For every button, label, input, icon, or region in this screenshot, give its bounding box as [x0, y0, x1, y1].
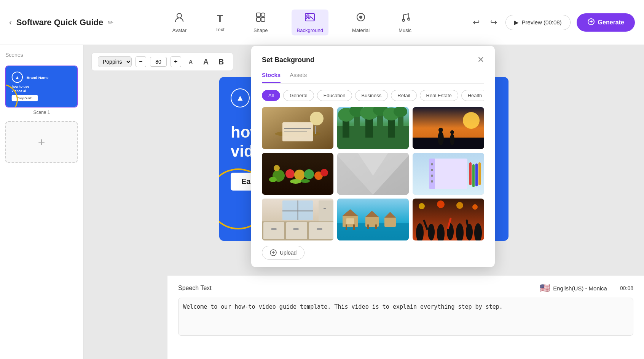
svg-point-109 — [428, 224, 435, 240]
svg-point-2 — [261, 13, 265, 17]
bg-image-3[interactable] — [413, 107, 484, 149]
undo-button[interactable]: ↩ — [470, 15, 482, 30]
svg-rect-95 — [346, 224, 347, 230]
language-selector[interactable]: 🇺🇸 English(US) - Monica — [540, 283, 607, 293]
flag-icon: 🇺🇸 — [540, 283, 550, 293]
dialog-tabs: Stocks Assets — [262, 72, 484, 84]
svg-rect-3 — [257, 18, 260, 21]
svg-rect-23 — [282, 122, 313, 141]
svg-rect-74 — [472, 164, 475, 187]
svg-rect-81 — [309, 222, 333, 239]
bold-button[interactable]: B — [215, 56, 227, 67]
tool-text[interactable]: T Text — [210, 10, 230, 35]
filter-education[interactable]: Education — [317, 90, 352, 101]
edit-icon[interactable]: ✏ — [108, 18, 113, 27]
small-font-button[interactable]: A — [185, 56, 196, 67]
tab-assets[interactable]: Assets — [290, 72, 307, 83]
scene-1-container: ▲ Brand Name how to use vidnoz ai Easy G… — [5, 66, 78, 115]
project-title: Software Quick Guide — [16, 18, 104, 27]
tool-background-label: Background — [297, 27, 323, 33]
svg-point-60 — [301, 179, 310, 183]
preview-icon: ▶ — [514, 19, 519, 26]
svg-rect-99 — [367, 224, 369, 229]
upload-label: Upload — [280, 250, 296, 256]
filter-all[interactable]: All — [262, 90, 280, 101]
tab-stocks[interactable]: Stocks — [262, 72, 281, 83]
topbar: ‹ Software Quick Guide ✏ Avatar T Text — [0, 0, 644, 45]
scenes-label: Scenes — [5, 52, 78, 58]
timestamp: 00:08 — [620, 285, 633, 291]
svg-text:▲: ▲ — [15, 75, 20, 80]
image-grid — [262, 107, 484, 240]
brand-logo: ▲ — [231, 88, 250, 107]
generate-button[interactable]: Generate — [577, 13, 635, 32]
font-size-increase[interactable]: + — [171, 56, 181, 67]
scene-1-thumbnail[interactable]: ▲ Brand Name how to use vidnoz ai Easy G… — [5, 66, 78, 107]
back-button[interactable]: ‹ — [9, 18, 12, 27]
redo-button[interactable]: ↪ — [488, 15, 499, 30]
text-icon: T — [217, 13, 223, 24]
filter-business[interactable]: Business — [355, 90, 388, 101]
bg-image-6[interactable] — [413, 153, 484, 195]
bg-image-1[interactable] — [262, 107, 333, 149]
svg-point-48 — [450, 134, 454, 145]
bg-image-4[interactable] — [262, 153, 333, 195]
svg-point-26 — [310, 112, 324, 125]
large-font-button[interactable]: A — [200, 56, 212, 67]
svg-point-0 — [177, 13, 182, 18]
speech-textarea[interactable]: Welcome to our how-to video guide templa… — [178, 298, 633, 336]
font-size-decrease[interactable]: − — [135, 56, 146, 67]
dialog-close-button[interactable]: ✕ — [477, 55, 484, 65]
svg-point-107 — [472, 204, 478, 210]
font-size-input[interactable] — [150, 57, 167, 67]
bg-image-9[interactable] — [413, 199, 484, 240]
svg-point-6 — [307, 15, 309, 17]
svg-rect-25 — [284, 131, 307, 131]
filter-real-estate[interactable]: Real Estate — [420, 90, 458, 101]
preview-label: Preview (00:08) — [522, 19, 562, 26]
bg-image-7[interactable] — [262, 199, 333, 240]
svg-rect-24 — [284, 128, 311, 129]
add-scene-button[interactable]: + — [5, 121, 78, 163]
upload-button[interactable]: Upload — [262, 246, 304, 260]
shape-icon — [255, 12, 266, 25]
svg-point-72 — [431, 180, 433, 183]
filter-retail[interactable]: Retail — [391, 90, 416, 101]
svg-text:Easy Guide: Easy Guide — [17, 96, 32, 100]
upload-icon — [270, 249, 277, 256]
bg-image-2[interactable] — [337, 107, 409, 149]
speech-area: Speech Text 🇺🇸 English(US) - Monica 00:0… — [167, 275, 644, 359]
filter-general[interactable]: General — [283, 90, 314, 101]
tool-avatar[interactable]: Avatar — [167, 10, 192, 35]
svg-rect-88 — [319, 200, 333, 221]
svg-rect-4 — [261, 18, 265, 21]
tool-material[interactable]: Material — [347, 10, 375, 35]
font-selector[interactable]: Poppins — [98, 56, 132, 67]
filter-health[interactable]: Health — [461, 90, 484, 101]
svg-rect-87 — [282, 210, 313, 212]
sidebar: Scenes ▲ Brand Name how to use vidnoz ai… — [0, 45, 84, 359]
svg-point-70 — [431, 169, 433, 171]
svg-rect-100 — [375, 224, 377, 229]
tool-shape-label: Shape — [253, 27, 268, 33]
svg-point-71 — [431, 175, 433, 177]
scene-1-label: Scene 1 — [5, 110, 78, 115]
svg-point-58 — [290, 179, 301, 184]
svg-point-104 — [419, 203, 425, 209]
svg-text:how to use: how to use — [12, 85, 29, 88]
svg-point-53 — [294, 170, 305, 180]
tool-music[interactable]: Music — [393, 10, 417, 35]
bg-image-8[interactable] — [337, 199, 409, 240]
tool-background[interactable]: Background — [292, 10, 328, 35]
topbar-right: ↩ ↪ ▶ Preview (00:08) Generate — [470, 13, 635, 32]
generate-label: Generate — [598, 19, 624, 26]
dialog-header: Set Background ✕ — [262, 55, 484, 65]
svg-point-59 — [274, 165, 280, 171]
tool-shape[interactable]: Shape — [248, 10, 273, 35]
preview-button[interactable]: ▶ Preview (00:08) — [505, 15, 571, 30]
svg-point-47 — [438, 128, 443, 132]
filter-pills: All General Education Business Retail Re… — [262, 90, 484, 101]
bg-image-5[interactable] — [337, 153, 409, 195]
svg-rect-83 — [293, 228, 299, 230]
svg-point-106 — [456, 202, 463, 209]
